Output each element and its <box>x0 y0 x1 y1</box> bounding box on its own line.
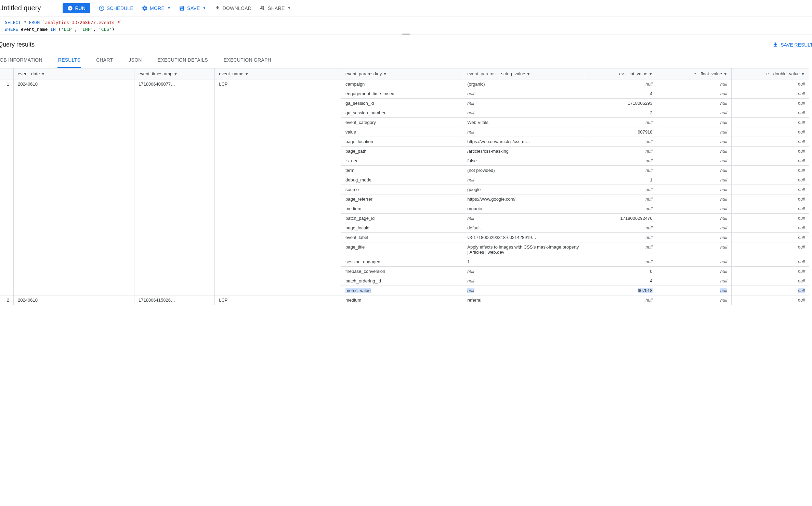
cell[interactable]: null <box>463 267 585 276</box>
cell[interactable]: https://web.dev/articles/css-m… <box>463 137 585 147</box>
cell[interactable]: null <box>732 185 809 194</box>
cell[interactable]: null <box>657 194 731 204</box>
resize-handle[interactable] <box>402 34 410 35</box>
cell[interactable]: null <box>463 89 585 99</box>
cell[interactable]: null <box>657 286 731 295</box>
tab-json[interactable]: JSON <box>128 53 142 68</box>
sql-editor[interactable]: SELECT * FROM `analytics_337268677.event… <box>0 16 812 35</box>
cell[interactable]: 1718006293 <box>585 99 657 108</box>
cell[interactable]: null <box>585 185 657 194</box>
cell[interactable]: 607918 <box>585 127 657 137</box>
cell[interactable]: null <box>585 166 657 175</box>
cell-key[interactable]: source <box>341 185 463 194</box>
cell-key[interactable]: page_referrer <box>341 194 463 204</box>
cell[interactable]: 1 <box>585 175 657 185</box>
cell[interactable]: null <box>585 257 657 267</box>
cell[interactable]: null <box>657 276 731 286</box>
cell-key[interactable]: metric_value <box>341 286 463 295</box>
cell[interactable]: null <box>657 233 731 242</box>
cell-event-name[interactable]: LCP <box>215 295 341 305</box>
cell[interactable]: (organic) <box>463 79 585 89</box>
cell[interactable]: null <box>657 185 731 194</box>
cell[interactable]: null <box>732 99 809 108</box>
cell[interactable]: null <box>585 242 657 257</box>
cell-key[interactable]: page_location <box>341 137 463 147</box>
cell[interactable]: null <box>657 214 731 223</box>
cell[interactable]: null <box>657 267 731 276</box>
cell-key[interactable]: event_label <box>341 233 463 242</box>
cell[interactable]: null <box>732 137 809 147</box>
cell-key[interactable]: page_path <box>341 147 463 156</box>
col-row[interactable]: ⋰ <box>0 68 14 79</box>
cell-key[interactable]: value <box>341 127 463 137</box>
cell[interactable]: null <box>732 267 809 276</box>
cell[interactable]: null <box>463 127 585 137</box>
cell[interactable]: referral <box>463 295 585 305</box>
cell[interactable]: null <box>657 127 731 137</box>
cell[interactable]: null <box>585 233 657 242</box>
run-button[interactable]: RUN <box>63 3 90 13</box>
cell-key[interactable]: page_title <box>341 242 463 257</box>
cell-key[interactable]: ga_session_number <box>341 108 463 118</box>
cell[interactable]: null <box>732 108 809 118</box>
cell[interactable]: null <box>463 276 585 286</box>
cell[interactable]: null <box>657 99 731 108</box>
cell[interactable]: default <box>463 223 585 233</box>
cell-key[interactable]: batch_page_id <box>341 214 463 223</box>
cell[interactable]: 1 <box>463 257 585 267</box>
cell-key[interactable]: debug_mode <box>341 175 463 185</box>
save-results-button[interactable]: SAVE RESULTS <box>772 42 812 48</box>
cell[interactable]: null <box>732 194 809 204</box>
cell[interactable]: false <box>463 156 585 166</box>
cell[interactable]: 1718006292476 <box>585 214 657 223</box>
cell[interactable]: https://www.google.com/ <box>463 194 585 204</box>
col-double-value[interactable]: e…double_value▼⋰ <box>732 68 809 79</box>
cell[interactable]: null <box>732 223 809 233</box>
cell-event-timestamp[interactable]: 1718006406077… <box>134 79 214 295</box>
cell[interactable]: null <box>657 137 731 147</box>
cell-event-date[interactable]: 20240610 <box>14 295 134 305</box>
cell[interactable]: null <box>585 79 657 89</box>
results-table-wrapper[interactable]: ⋰ event_date▼⋰ event_timestamp▼⋰ event_n… <box>0 68 812 305</box>
cell[interactable]: Apply effects to images with CSS's mask-… <box>463 242 585 257</box>
cell-key[interactable]: term <box>341 166 463 175</box>
cell[interactable]: 607918 <box>585 286 657 295</box>
cell[interactable]: null <box>585 204 657 214</box>
col-float-value[interactable]: e…float_value▼⋰ <box>657 68 731 79</box>
cell[interactable]: null <box>732 118 809 127</box>
cell-event-timestamp[interactable]: 1718006415826… <box>134 295 214 305</box>
cell[interactable]: null <box>732 276 809 286</box>
col-event-date[interactable]: event_date▼⋰ <box>14 68 134 79</box>
cell[interactable]: null <box>732 204 809 214</box>
cell[interactable]: 4 <box>585 89 657 99</box>
cell[interactable]: null <box>732 156 809 166</box>
cell[interactable]: null <box>463 214 585 223</box>
cell[interactable]: null <box>732 286 809 295</box>
cell-key[interactable]: event_category <box>341 118 463 127</box>
cell-key[interactable]: medium <box>341 295 463 305</box>
schedule-button[interactable]: SCHEDULE <box>99 3 133 13</box>
cell[interactable]: null <box>585 118 657 127</box>
cell[interactable]: null <box>657 79 731 89</box>
cell-key[interactable]: campaign <box>341 79 463 89</box>
col-int-value[interactable]: ev… int_value▼⋰ <box>585 68 657 79</box>
cell-key[interactable]: ga_session_id <box>341 99 463 108</box>
cell-event-date[interactable]: 20240610 <box>14 79 134 295</box>
cell[interactable]: (not provided) <box>463 166 585 175</box>
col-event-name[interactable]: event_name▼⋰ <box>215 68 341 79</box>
cell[interactable]: null <box>463 108 585 118</box>
cell[interactable]: null <box>657 89 731 99</box>
cell-key[interactable]: batch_ordering_id <box>341 276 463 286</box>
cell-key[interactable]: page_locale <box>341 223 463 233</box>
more-button[interactable]: MORE ▼ <box>142 3 171 13</box>
cell[interactable]: null <box>657 257 731 267</box>
cell[interactable]: 0 <box>585 267 657 276</box>
cell[interactable]: null <box>585 194 657 204</box>
cell[interactable]: null <box>732 89 809 99</box>
cell[interactable]: null <box>732 127 809 137</box>
tab-results[interactable]: RESULTS <box>57 53 81 68</box>
cell[interactable]: null <box>732 257 809 267</box>
cell[interactable]: 2 <box>585 108 657 118</box>
cell[interactable]: null <box>732 79 809 89</box>
cell-key[interactable]: is_eea <box>341 156 463 166</box>
